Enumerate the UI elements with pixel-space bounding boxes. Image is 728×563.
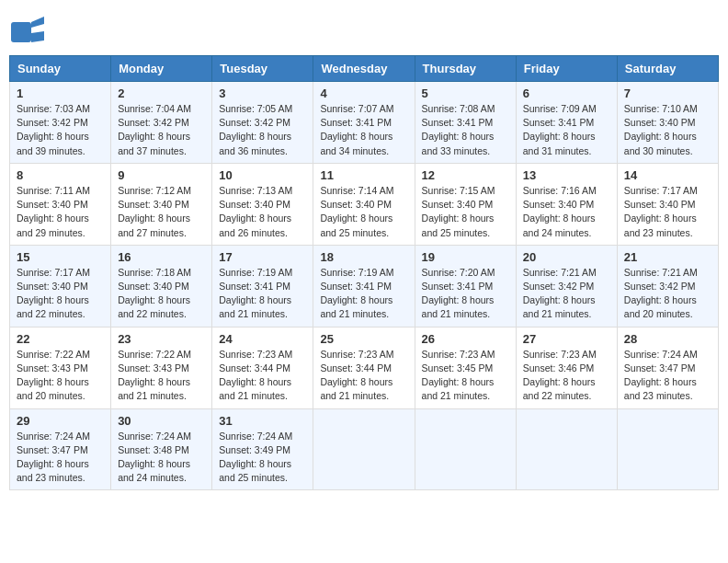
calendar-week-row: 8Sunrise: 7:11 AMSunset: 3:40 PMDaylight…	[10, 163, 719, 245]
calendar-day-cell: 7Sunrise: 7:10 AMSunset: 3:40 PMDaylight…	[617, 82, 718, 164]
day-info: Sunrise: 7:22 AMSunset: 3:43 PMDaylight:…	[17, 348, 104, 404]
day-number: 23	[118, 332, 205, 346]
day-info: Sunrise: 7:08 AMSunset: 3:41 PMDaylight:…	[422, 102, 509, 158]
day-info: Sunrise: 7:14 AMSunset: 3:40 PMDaylight:…	[320, 184, 407, 240]
day-of-week-header: Saturday	[617, 56, 718, 82]
calendar-day-cell: 19Sunrise: 7:20 AMSunset: 3:41 PMDayligh…	[415, 245, 516, 327]
day-of-week-header: Monday	[111, 56, 212, 82]
day-info: Sunrise: 7:17 AMSunset: 3:40 PMDaylight:…	[624, 184, 711, 240]
day-info: Sunrise: 7:21 AMSunset: 3:42 PMDaylight:…	[523, 266, 610, 322]
calendar-day-cell: 11Sunrise: 7:14 AMSunset: 3:40 PMDayligh…	[313, 163, 415, 245]
calendar-day-cell: 13Sunrise: 7:16 AMSunset: 3:40 PMDayligh…	[516, 163, 617, 245]
day-number: 15	[17, 250, 104, 264]
day-info: Sunrise: 7:23 AMSunset: 3:46 PMDaylight:…	[523, 348, 610, 404]
calendar-day-cell: 16Sunrise: 7:18 AMSunset: 3:40 PMDayligh…	[111, 245, 212, 327]
day-number: 9	[118, 168, 205, 182]
calendar-day-cell: 4Sunrise: 7:07 AMSunset: 3:41 PMDaylight…	[313, 82, 415, 164]
logo	[9, 15, 46, 50]
day-number: 17	[219, 250, 306, 264]
day-number: 29	[17, 414, 104, 428]
calendar-day-cell: 12Sunrise: 7:15 AMSunset: 3:40 PMDayligh…	[415, 163, 516, 245]
day-number: 7	[624, 86, 711, 100]
day-number: 8	[17, 168, 104, 182]
day-info: Sunrise: 7:11 AMSunset: 3:40 PMDaylight:…	[17, 184, 104, 240]
calendar-day-cell: 27Sunrise: 7:23 AMSunset: 3:46 PMDayligh…	[516, 327, 617, 408]
day-info: Sunrise: 7:12 AMSunset: 3:40 PMDaylight:…	[118, 184, 205, 240]
day-number: 30	[118, 414, 205, 428]
day-info: Sunrise: 7:22 AMSunset: 3:43 PMDaylight:…	[118, 348, 205, 404]
calendar-day-cell: 8Sunrise: 7:11 AMSunset: 3:40 PMDaylight…	[10, 163, 111, 245]
day-number: 12	[422, 168, 509, 182]
calendar-table: SundayMondayTuesdayWednesdayThursdayFrid…	[9, 55, 719, 490]
day-info: Sunrise: 7:20 AMSunset: 3:41 PMDaylight:…	[422, 266, 509, 322]
day-info: Sunrise: 7:04 AMSunset: 3:42 PMDaylight:…	[118, 102, 205, 158]
day-number: 26	[422, 332, 509, 346]
day-of-week-header: Sunday	[10, 56, 111, 82]
day-info: Sunrise: 7:10 AMSunset: 3:40 PMDaylight:…	[624, 102, 711, 158]
calendar-day-cell: 17Sunrise: 7:19 AMSunset: 3:41 PMDayligh…	[212, 245, 313, 327]
svg-rect-0	[11, 22, 31, 42]
day-info: Sunrise: 7:21 AMSunset: 3:42 PMDaylight:…	[624, 266, 711, 322]
day-number: 19	[422, 250, 509, 264]
calendar-day-cell: 15Sunrise: 7:17 AMSunset: 3:40 PMDayligh…	[10, 245, 111, 327]
calendar-day-cell: 5Sunrise: 7:08 AMSunset: 3:41 PMDaylight…	[415, 82, 516, 164]
day-info: Sunrise: 7:23 AMSunset: 3:44 PMDaylight:…	[320, 348, 407, 404]
calendar-day-cell: 26Sunrise: 7:23 AMSunset: 3:45 PMDayligh…	[415, 327, 516, 408]
calendar-week-row: 1Sunrise: 7:03 AMSunset: 3:42 PMDaylight…	[10, 82, 719, 164]
calendar-day-cell: 3Sunrise: 7:05 AMSunset: 3:42 PMDaylight…	[212, 82, 313, 164]
day-of-week-header: Friday	[516, 56, 617, 82]
day-number: 4	[320, 86, 407, 100]
day-number: 18	[320, 250, 407, 264]
day-number: 24	[219, 332, 306, 346]
calendar-day-cell: 10Sunrise: 7:13 AMSunset: 3:40 PMDayligh…	[212, 163, 313, 245]
day-info: Sunrise: 7:17 AMSunset: 3:40 PMDaylight:…	[17, 266, 104, 322]
day-info: Sunrise: 7:23 AMSunset: 3:44 PMDaylight:…	[219, 348, 306, 404]
calendar-day-cell	[617, 408, 718, 490]
day-info: Sunrise: 7:19 AMSunset: 3:41 PMDaylight:…	[320, 266, 407, 322]
day-number: 25	[320, 332, 407, 346]
day-number: 11	[320, 168, 407, 182]
day-info: Sunrise: 7:15 AMSunset: 3:40 PMDaylight:…	[422, 184, 509, 240]
calendar-week-row: 29Sunrise: 7:24 AMSunset: 3:47 PMDayligh…	[10, 408, 719, 490]
day-info: Sunrise: 7:24 AMSunset: 3:48 PMDaylight:…	[118, 430, 205, 486]
day-info: Sunrise: 7:16 AMSunset: 3:40 PMDaylight:…	[523, 184, 610, 240]
day-info: Sunrise: 7:07 AMSunset: 3:41 PMDaylight:…	[320, 102, 407, 158]
calendar-day-cell: 2Sunrise: 7:04 AMSunset: 3:42 PMDaylight…	[111, 82, 212, 164]
day-of-week-header: Thursday	[415, 56, 516, 82]
day-info: Sunrise: 7:09 AMSunset: 3:41 PMDaylight:…	[523, 102, 610, 158]
calendar-day-cell: 24Sunrise: 7:23 AMSunset: 3:44 PMDayligh…	[212, 327, 313, 408]
day-number: 22	[17, 332, 104, 346]
calendar-day-cell: 25Sunrise: 7:23 AMSunset: 3:44 PMDayligh…	[313, 327, 415, 408]
day-number: 14	[624, 168, 711, 182]
day-number: 1	[17, 86, 104, 100]
day-number: 3	[219, 86, 306, 100]
day-info: Sunrise: 7:18 AMSunset: 3:40 PMDaylight:…	[118, 266, 205, 322]
day-info: Sunrise: 7:23 AMSunset: 3:45 PMDaylight:…	[422, 348, 509, 404]
day-number: 28	[624, 332, 711, 346]
day-info: Sunrise: 7:05 AMSunset: 3:42 PMDaylight:…	[219, 102, 306, 158]
calendar-day-cell: 18Sunrise: 7:19 AMSunset: 3:41 PMDayligh…	[313, 245, 415, 327]
day-number: 31	[219, 414, 306, 428]
calendar-week-row: 15Sunrise: 7:17 AMSunset: 3:40 PMDayligh…	[10, 245, 719, 327]
day-of-week-header: Tuesday	[212, 56, 313, 82]
calendar-week-row: 22Sunrise: 7:22 AMSunset: 3:43 PMDayligh…	[10, 327, 719, 408]
day-number: 5	[422, 86, 509, 100]
calendar-day-cell: 6Sunrise: 7:09 AMSunset: 3:41 PMDaylight…	[516, 82, 617, 164]
calendar-day-cell: 9Sunrise: 7:12 AMSunset: 3:40 PMDaylight…	[111, 163, 212, 245]
day-number: 6	[523, 86, 610, 100]
day-info: Sunrise: 7:13 AMSunset: 3:40 PMDaylight:…	[219, 184, 306, 240]
calendar-day-cell: 30Sunrise: 7:24 AMSunset: 3:48 PMDayligh…	[111, 408, 212, 490]
calendar-day-cell: 22Sunrise: 7:22 AMSunset: 3:43 PMDayligh…	[10, 327, 111, 408]
day-number: 21	[624, 250, 711, 264]
calendar-header: SundayMondayTuesdayWednesdayThursdayFrid…	[10, 56, 719, 82]
calendar-day-cell: 20Sunrise: 7:21 AMSunset: 3:42 PMDayligh…	[516, 245, 617, 327]
calendar-day-cell: 31Sunrise: 7:24 AMSunset: 3:49 PMDayligh…	[212, 408, 313, 490]
day-info: Sunrise: 7:19 AMSunset: 3:41 PMDaylight:…	[219, 266, 306, 322]
day-number: 13	[523, 168, 610, 182]
page-header	[9, 9, 719, 50]
calendar-day-cell	[313, 408, 415, 490]
calendar-day-cell: 21Sunrise: 7:21 AMSunset: 3:42 PMDayligh…	[617, 245, 718, 327]
calendar-day-cell: 29Sunrise: 7:24 AMSunset: 3:47 PMDayligh…	[10, 408, 111, 490]
calendar-day-cell: 28Sunrise: 7:24 AMSunset: 3:47 PMDayligh…	[617, 327, 718, 408]
day-info: Sunrise: 7:03 AMSunset: 3:42 PMDaylight:…	[17, 102, 104, 158]
